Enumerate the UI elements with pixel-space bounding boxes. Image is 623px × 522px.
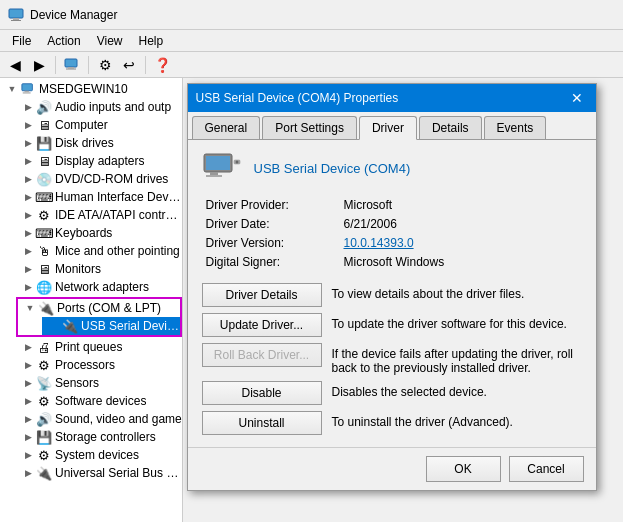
system-icon: ⚙ bbox=[36, 447, 52, 463]
tree-item-processors[interactable]: ▶ ⚙ Processors bbox=[16, 356, 182, 374]
svg-rect-3 bbox=[65, 59, 77, 67]
root-icon bbox=[20, 81, 36, 97]
uninstall-button[interactable]: Uninstall bbox=[202, 411, 322, 435]
provider-label: Driver Provider: bbox=[206, 198, 336, 212]
usb-icon: 🔌 bbox=[62, 318, 78, 334]
app-icon bbox=[8, 7, 24, 23]
mice-expand: ▶ bbox=[20, 243, 36, 259]
toolbar-update[interactable]: ↩ bbox=[118, 54, 140, 76]
tree-item-print[interactable]: ▶ 🖨 Print queues bbox=[16, 338, 182, 356]
version-value[interactable]: 10.0.14393.0 bbox=[344, 236, 578, 250]
uninstall-desc: To uninstall the driver (Advanced). bbox=[332, 411, 582, 429]
update-driver-row: Update Driver... To update the driver so… bbox=[202, 313, 582, 337]
cancel-button[interactable]: Cancel bbox=[509, 456, 584, 482]
toolbar-back[interactable]: ◀ bbox=[4, 54, 26, 76]
rollback-driver-desc: If the device fails after updating the d… bbox=[332, 343, 582, 375]
tree-item-usb-controllers[interactable]: ▶ 🔌 Universal Serial Bus con bbox=[16, 464, 182, 482]
monitors-label: Monitors bbox=[55, 262, 101, 276]
ports-label: Ports (COM & LPT) bbox=[57, 301, 161, 315]
toolbar-forward[interactable]: ▶ bbox=[28, 54, 50, 76]
rollback-driver-button[interactable]: Roll Back Driver... bbox=[202, 343, 322, 367]
audio-icon: 🔊 bbox=[36, 99, 52, 115]
main-content: ▼ MSEDGEWIN10 ▶ 🔊 Audio inputs and outp … bbox=[0, 78, 623, 522]
ok-button[interactable]: OK bbox=[426, 456, 501, 482]
display-expand: ▶ bbox=[20, 153, 36, 169]
sound-expand: ▶ bbox=[20, 411, 36, 427]
rollback-driver-row: Roll Back Driver... If the device fails … bbox=[202, 343, 582, 375]
menu-action[interactable]: Action bbox=[39, 32, 88, 50]
tree-item-audio[interactable]: ▶ 🔊 Audio inputs and outp bbox=[16, 98, 182, 116]
tab-details[interactable]: Details bbox=[419, 116, 482, 139]
tree-item-mice[interactable]: ▶ 🖱 Mice and other pointing bbox=[16, 242, 182, 260]
tree-item-sensors[interactable]: ▶ 📡 Sensors bbox=[16, 374, 182, 392]
network-expand: ▶ bbox=[20, 279, 36, 295]
network-label: Network adapters bbox=[55, 280, 149, 294]
toolbar-help[interactable]: ❓ bbox=[151, 54, 173, 76]
tree-item-disk[interactable]: ▶ 💾 Disk drives bbox=[16, 134, 182, 152]
toolbar-properties[interactable]: ⚙ bbox=[94, 54, 116, 76]
storage-icon: 💾 bbox=[36, 429, 52, 445]
ports-expand: ▼ bbox=[22, 300, 38, 316]
tree-item-ide[interactable]: ▶ ⚙ IDE ATA/ATAPI controlle bbox=[16, 206, 182, 224]
dialog-close-button[interactable]: ✕ bbox=[566, 87, 588, 109]
tree-item-system[interactable]: ▶ ⚙ System devices bbox=[16, 446, 182, 464]
tree-item-keyboards[interactable]: ▶ ⌨ Keyboards bbox=[16, 224, 182, 242]
dialog-title: USB Serial Device (COM4) Properties bbox=[196, 91, 399, 105]
svg-rect-6 bbox=[22, 84, 33, 91]
tree-item-ports[interactable]: ▼ 🔌 Ports (COM & LPT) bbox=[18, 299, 180, 317]
print-expand: ▶ bbox=[20, 339, 36, 355]
tree-item-hid[interactable]: ▶ ⌨ Human Interface Device bbox=[16, 188, 182, 206]
date-value: 6/21/2006 bbox=[344, 217, 578, 231]
menu-help[interactable]: Help bbox=[131, 32, 172, 50]
tree-item-display[interactable]: ▶ 🖥 Display adapters bbox=[16, 152, 182, 170]
toolbar-separator-1 bbox=[55, 56, 56, 74]
computer-expand: ▶ bbox=[20, 117, 36, 133]
disk-label: Disk drives bbox=[55, 136, 114, 150]
storage-expand: ▶ bbox=[20, 429, 36, 445]
display-label: Display adapters bbox=[55, 154, 144, 168]
menu-file[interactable]: File bbox=[4, 32, 39, 50]
tree-item-storage[interactable]: ▶ 💾 Storage controllers bbox=[16, 428, 182, 446]
toolbar-computer[interactable] bbox=[61, 54, 83, 76]
svg-rect-11 bbox=[210, 172, 218, 175]
monitors-expand: ▶ bbox=[20, 261, 36, 277]
version-label: Driver Version: bbox=[206, 236, 336, 250]
tree-item-computer[interactable]: ▶ 🖥 Computer bbox=[16, 116, 182, 134]
software-expand: ▶ bbox=[20, 393, 36, 409]
device-icon bbox=[202, 152, 242, 184]
root-expand: ▼ bbox=[4, 81, 20, 97]
disk-expand: ▶ bbox=[20, 135, 36, 151]
svg-rect-8 bbox=[23, 93, 31, 94]
driver-buttons: Driver Details To view details about the… bbox=[202, 283, 582, 435]
disable-button[interactable]: Disable bbox=[202, 381, 322, 405]
svg-rect-7 bbox=[25, 91, 29, 92]
usb-expand bbox=[46, 318, 62, 334]
driver-details-button[interactable]: Driver Details bbox=[202, 283, 322, 307]
usb-ctrl-expand: ▶ bbox=[20, 465, 36, 481]
tab-events[interactable]: Events bbox=[484, 116, 547, 139]
tree-item-software[interactable]: ▶ ⚙ Software devices bbox=[16, 392, 182, 410]
svg-rect-4 bbox=[68, 67, 74, 69]
tab-driver[interactable]: Driver bbox=[359, 116, 417, 140]
tab-port-settings[interactable]: Port Settings bbox=[262, 116, 357, 139]
hid-icon: ⌨ bbox=[36, 189, 52, 205]
tree-root[interactable]: ▼ MSEDGEWIN10 bbox=[0, 80, 182, 98]
update-driver-desc: To update the driver software for this d… bbox=[332, 313, 582, 331]
tree-item-dvd[interactable]: ▶ 💿 DVD/CD-ROM drives bbox=[16, 170, 182, 188]
date-label: Driver Date: bbox=[206, 217, 336, 231]
tab-general[interactable]: General bbox=[192, 116, 261, 139]
app-title: Device Manager bbox=[30, 8, 117, 22]
dialog-overlay: USB Serial Device (COM4) Properties ✕ Ge… bbox=[160, 78, 623, 522]
tree-item-monitors[interactable]: ▶ 🖥 Monitors bbox=[16, 260, 182, 278]
dialog-tabs: General Port Settings Driver Details Eve… bbox=[188, 112, 596, 140]
update-driver-button[interactable]: Update Driver... bbox=[202, 313, 322, 337]
dialog-body: USB Serial Device (COM4) Driver Provider… bbox=[188, 140, 596, 447]
tree-item-network[interactable]: ▶ 🌐 Network adapters bbox=[16, 278, 182, 296]
menu-view[interactable]: View bbox=[89, 32, 131, 50]
ide-expand: ▶ bbox=[20, 207, 36, 223]
computer-icon: 🖥 bbox=[36, 117, 52, 133]
tree-item-sound[interactable]: ▶ 🔊 Sound, video and game bbox=[16, 410, 182, 428]
dvd-label: DVD/CD-ROM drives bbox=[55, 172, 168, 186]
sensors-icon: 📡 bbox=[36, 375, 52, 391]
monitors-icon: 🖥 bbox=[36, 261, 52, 277]
